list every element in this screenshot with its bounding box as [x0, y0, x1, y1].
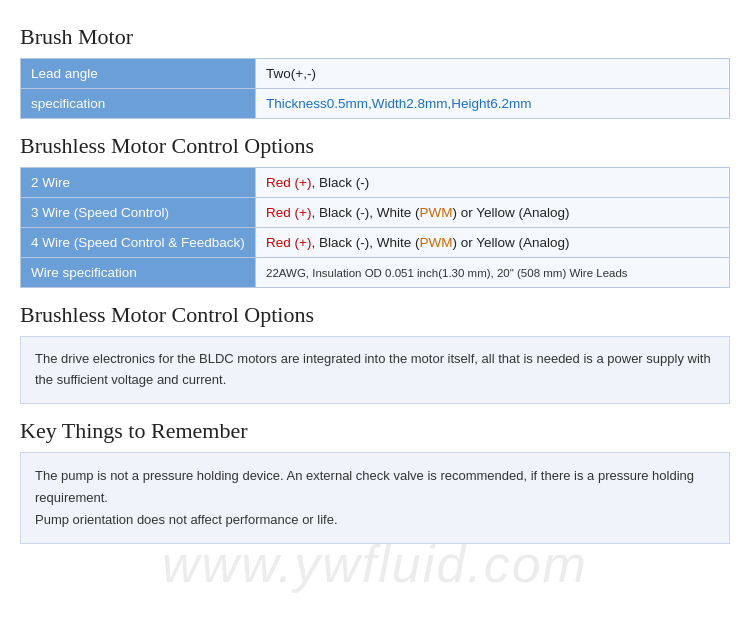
page-content: Brush Motor Lead angle Two(+,-) specific…: [0, 0, 750, 564]
table-row: 4 Wire (Speed Control & Feedback) Red (+…: [21, 228, 730, 258]
table-row: 2 Wire Red (+), Black (-): [21, 168, 730, 198]
key-things-title: Key Things to Remember: [20, 418, 730, 444]
lead-angle-value: Two(+,-): [256, 59, 730, 89]
brushless-desc-box: The drive electronics for the BLDC motor…: [20, 336, 730, 404]
wire-spec-text: 22AWG, Insulation OD 0.051 inch(1.30 mm)…: [266, 267, 628, 279]
specification-value: Thickness0.5mm,Width2.8mm,Height6.2mm: [256, 89, 730, 119]
brushless-desc-text: The drive electronics for the BLDC motor…: [35, 349, 715, 391]
4wire-value: Red (+), Black (-), White (PWM) or Yello…: [256, 228, 730, 258]
wire-spec-value: 22AWG, Insulation OD 0.051 inch(1.30 mm)…: [256, 258, 730, 288]
brushless-options-table: 2 Wire Red (+), Black (-) 3 Wire (Speed …: [20, 167, 730, 288]
2wire-value: Red (+), Black (-): [256, 168, 730, 198]
key-things-box: The pump is not a pressure holding devic…: [20, 452, 730, 544]
brush-motor-table: Lead angle Two(+,-) specification Thickn…: [20, 58, 730, 119]
table-row: 3 Wire (Speed Control) Red (+), Black (-…: [21, 198, 730, 228]
3wire-value: Red (+), Black (-), White (PWM) or Yello…: [256, 198, 730, 228]
pwm-text: PWM: [419, 235, 452, 250]
table-row: Lead angle Two(+,-): [21, 59, 730, 89]
black-text: Black (-): [319, 175, 369, 190]
brushless-options-title: Brushless Motor Control Options: [20, 133, 730, 159]
specification-label: specification: [21, 89, 256, 119]
4wire-label: 4 Wire (Speed Control & Feedback): [21, 228, 256, 258]
brush-motor-title: Brush Motor: [20, 24, 730, 50]
lead-angle-label: Lead angle: [21, 59, 256, 89]
wire-spec-label: Wire specification: [21, 258, 256, 288]
brushless-desc-title: Brushless Motor Control Options: [20, 302, 730, 328]
pwm-text: PWM: [419, 205, 452, 220]
key-line-2: Pump orientation does not affect perform…: [35, 509, 715, 531]
spec-value-text: Thickness0.5mm,Width2.8mm,Height6.2mm: [266, 96, 532, 111]
red-text: Red (+): [266, 175, 311, 190]
table-row: specification Thickness0.5mm,Width2.8mm,…: [21, 89, 730, 119]
red-text: Red (+): [266, 205, 311, 220]
table-row: Wire specification 22AWG, Insulation OD …: [21, 258, 730, 288]
3wire-label: 3 Wire (Speed Control): [21, 198, 256, 228]
key-line-1: The pump is not a pressure holding devic…: [35, 465, 715, 509]
2wire-label: 2 Wire: [21, 168, 256, 198]
red-text: Red (+): [266, 235, 311, 250]
